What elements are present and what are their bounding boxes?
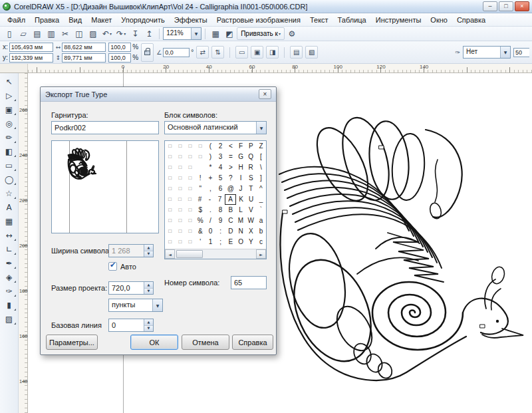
units-combo[interactable]: пункты ▼ <box>108 299 163 312</box>
polygon-tool[interactable]: ☆ <box>1 187 17 200</box>
char-cell[interactable]: H <box>235 162 245 173</box>
scroll-thumb[interactable] <box>176 250 203 258</box>
char-cell[interactable]: , <box>205 184 215 194</box>
close-window-button[interactable]: × <box>515 1 529 11</box>
char-cell[interactable]: D <box>225 226 235 237</box>
char-cell[interactable]: S <box>246 173 256 184</box>
char-cell[interactable]: N <box>235 226 245 237</box>
menu-item[interactable]: Эффекты <box>170 14 212 26</box>
char-cell[interactable]: □ <box>196 141 205 152</box>
char-cell[interactable]: 1 <box>205 237 215 247</box>
undo-button[interactable]: ↶▾ <box>100 27 114 40</box>
text-tool[interactable]: A <box>1 201 17 214</box>
smart-fill-tool[interactable]: ◧ <box>1 145 17 158</box>
units-arrow[interactable]: ▼ <box>152 299 162 311</box>
char-cell[interactable]: 3 <box>215 152 225 162</box>
zoom-tool[interactable]: ◎ <box>1 117 17 130</box>
char-cell[interactable]: @ <box>225 184 235 194</box>
copy-button[interactable]: ◫ <box>72 27 86 40</box>
x-position-field[interactable]: 105,493 мм <box>9 43 53 52</box>
char-cell[interactable]: _ <box>256 194 266 205</box>
mirror-vertical-button[interactable]: ⇅ <box>211 46 224 59</box>
char-cell[interactable]: < <box>225 141 235 152</box>
minimize-button[interactable]: – <box>483 1 497 11</box>
char-cell[interactable]: 8 <box>215 205 225 215</box>
project-size-up-button[interactable]: ▲ <box>144 282 153 289</box>
char-cell[interactable]: a <box>256 215 266 226</box>
char-cell[interactable]: □ <box>185 215 195 226</box>
scroll-right-button[interactable]: ► <box>256 249 266 259</box>
freehand-tool[interactable]: ✏ <box>1 131 17 144</box>
snap-to-button[interactable]: Привязать к ▾ <box>237 27 285 40</box>
crop-tool[interactable]: ▣ <box>1 103 17 116</box>
calligraphic-bird-drawing[interactable] <box>276 74 532 413</box>
project-size-spinner[interactable]: 720,0 ▲▼ <box>108 281 154 295</box>
char-cell[interactable]: E <box>225 237 235 247</box>
char-cell[interactable]: ! <box>196 173 205 184</box>
char-cell[interactable]: T <box>246 184 256 194</box>
char-cell[interactable]: □ <box>165 152 175 162</box>
char-cell[interactable]: ` <box>256 205 266 215</box>
char-cell[interactable]: J <box>235 184 245 194</box>
right-edge-field[interactable]: 50 <box>513 48 529 57</box>
char-cell[interactable]: □ <box>185 173 195 184</box>
char-cell[interactable]: Y <box>246 237 256 247</box>
open-button[interactable]: ▱ <box>17 27 30 40</box>
char-cell[interactable]: * <box>205 162 215 173</box>
char-cell[interactable]: M <box>235 215 245 226</box>
object-height-field[interactable]: 89,771 мм <box>62 53 106 63</box>
char-cell[interactable]: □ <box>165 237 175 247</box>
property-bar-button[interactable]: ▭ <box>235 46 248 59</box>
object-width-field[interactable]: 88,622 мм <box>62 43 106 52</box>
connector-tool[interactable]: ∟ <box>1 243 17 256</box>
auto-checkbox[interactable]: ✔ Авто <box>108 262 136 271</box>
char-cell[interactable]: & <box>196 226 205 237</box>
outline-dropdown-arrow[interactable]: ▼ <box>500 47 510 58</box>
char-cell[interactable]: □ <box>165 141 175 152</box>
char-cell[interactable]: + <box>205 173 215 184</box>
char-cell[interactable]: □ <box>175 237 185 247</box>
menu-item[interactable]: Таблица <box>333 14 371 26</box>
char-cell[interactable]: □ <box>165 184 175 194</box>
char-cell[interactable]: 5 <box>215 173 225 184</box>
corel-connect-button[interactable]: ◩ <box>223 27 236 40</box>
char-cell[interactable]: # <box>195 194 205 205</box>
char-cell[interactable]: ) <box>205 152 215 162</box>
application-launcher-button[interactable]: ▦ <box>209 27 222 40</box>
scale-horizontal-field[interactable]: 100,0 <box>108 43 131 52</box>
char-cell[interactable]: □ <box>165 215 175 226</box>
char-cell[interactable]: □ <box>175 152 185 162</box>
pick-tool[interactable]: ↖ <box>1 75 17 88</box>
char-cell[interactable]: W <box>246 215 256 226</box>
menu-item[interactable]: Справка <box>452 14 490 26</box>
options-button[interactable]: ⚙ <box>285 27 299 40</box>
property-bar-button[interactable]: ▣ <box>251 46 263 59</box>
menu-item[interactable]: Макет <box>86 14 116 26</box>
char-cell[interactable]: O <box>235 237 245 247</box>
ellipse-tool[interactable]: ◯ <box>1 173 17 186</box>
symbol-block-arrow[interactable]: ▼ <box>256 122 266 134</box>
char-cell[interactable]: □ <box>185 226 195 237</box>
print-button[interactable]: ▥ <box>45 27 58 40</box>
char-cell[interactable]: Q <box>246 152 256 162</box>
char-cell[interactable] <box>196 162 205 173</box>
char-cell[interactable]: P <box>246 141 256 152</box>
menu-item[interactable]: Файл <box>3 14 30 26</box>
maximize-button[interactable]: □ <box>499 1 513 11</box>
char-cell[interactable]: [ <box>256 152 266 162</box>
outline-width-combo[interactable]: Нет ▼ <box>463 46 511 59</box>
shape-tool[interactable]: ▷ <box>1 89 17 102</box>
char-cell[interactable]: 2 <box>215 141 225 152</box>
char-cell[interactable]: □ <box>175 194 185 205</box>
redo-button[interactable]: ↷▾ <box>114 27 128 40</box>
char-cell[interactable]: 6 <box>215 184 225 194</box>
char-cell[interactable]: □ <box>165 173 175 184</box>
char-cell[interactable]: □ <box>165 226 175 237</box>
char-cell[interactable]: % <box>196 215 205 226</box>
char-cell[interactable]: A <box>225 194 236 205</box>
export-button[interactable]: ↥ <box>142 27 156 40</box>
options-button[interactable]: Параметры... <box>46 335 98 350</box>
char-cell[interactable]: I <box>235 173 245 184</box>
property-bar-button[interactable]: ▧ <box>305 46 318 59</box>
char-cell[interactable]: ^ <box>256 184 266 194</box>
